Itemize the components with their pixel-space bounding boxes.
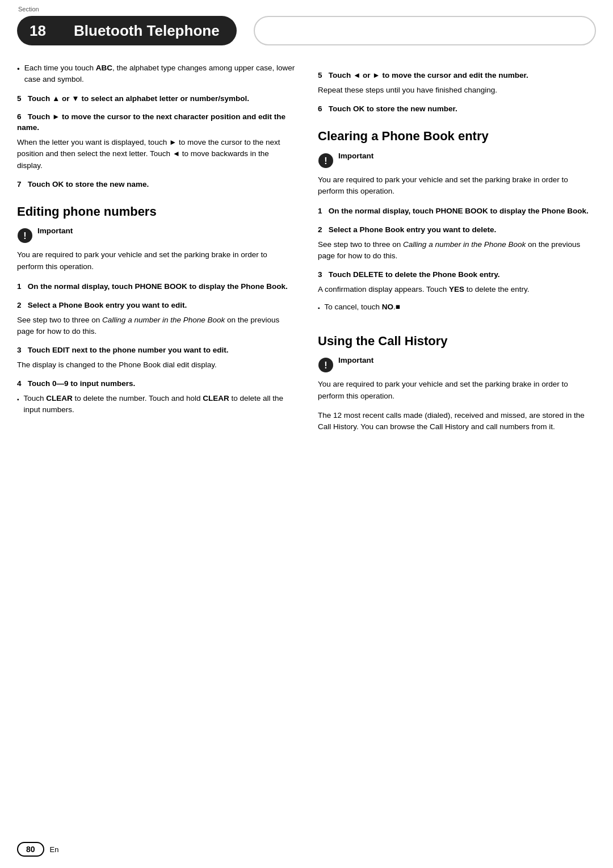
section-label: Section (18, 6, 39, 12)
header-right-decoration (254, 16, 596, 45)
clear-step3-heading: 3 Touch DELETE to delete the Phone Book … (318, 270, 596, 280)
bullet-dot-icon: • (17, 64, 20, 86)
step6-left-body: When the letter you want is displayed, t… (17, 137, 295, 171)
edit-step4-sq-text: Touch CLEAR to delete the number. Touch … (24, 393, 295, 416)
clearing-heading: Clearing a Phone Book entry (318, 128, 596, 145)
clearing-important-text: You are required to park your vehicle an… (318, 174, 596, 198)
clearing-important-content: Important (338, 152, 373, 160)
clear-step3-sq-text: To cancel, touch NO.■ (325, 301, 400, 313)
sq-bullet-icon: ▪ (17, 395, 19, 416)
step7-left-heading: 7 Touch OK to store the new name. (17, 179, 295, 190)
editing-heading: Editing phone numbers (17, 204, 295, 220)
main-content: • Each time you touch ABC, the alphabet … (0, 62, 613, 438)
bullet-abc: • Each time you touch ABC, the alphabet … (17, 62, 295, 86)
footer-language: En (50, 845, 59, 854)
editing-important-text: You are required to park your vehicle an… (17, 249, 295, 272)
section-number: 18 (17, 16, 57, 45)
page-header: 18 Bluetooth Telephone (0, 0, 613, 51)
sq-bullet-icon2: ▪ (318, 304, 320, 313)
clear-step2-body: See step two to three on Calling a numbe… (318, 239, 596, 262)
using-important-box: ! Important (318, 356, 596, 373)
edit-step2-heading: 2 Select a Phone Book entry you want to … (17, 300, 295, 311)
step6-left-heading: 6 Touch ► to move the cursor to the next… (17, 112, 295, 133)
using-important-icon: ! (318, 357, 334, 373)
clear-step1-heading: 1 On the normal display, touch PHONE BOO… (318, 206, 596, 217)
step5-right-body: Repeat these steps until you have finish… (318, 85, 596, 96)
clearing-important-box: ! Important (318, 152, 596, 169)
clear-step3-body: A confirmation display appears. Touch YE… (318, 284, 596, 295)
step5-right-heading: 5 Touch ◄ or ► to move the cursor and ed… (318, 70, 596, 81)
right-column: 5 Touch ◄ or ► to move the cursor and ed… (318, 62, 596, 438)
editing-important-box: ! Important (17, 227, 295, 244)
important-icon: ! (17, 228, 33, 244)
edit-step2-body: See step two to three on Calling a numbe… (17, 315, 295, 338)
left-column: • Each time you touch ABC, the alphabet … (17, 62, 295, 438)
bullet-abc-text: Each time you touch ABC, the alphabet ty… (24, 62, 295, 86)
edit-step3-body: The display is changed to the Phone Book… (17, 359, 295, 371)
editing-important-label: Important (37, 227, 73, 235)
clear-step3-sq: ▪ To cancel, touch NO.■ (318, 301, 596, 313)
step5-left-heading: 5 Touch ▲ or ▼ to select an alphabet let… (17, 94, 295, 104)
using-body: The 12 most recent calls made (dialed), … (318, 410, 596, 433)
edit-step1-heading: 1 On the normal display, touch PHONE BOO… (17, 282, 295, 292)
edit-step3-heading: 3 Touch EDIT next to the phone number yo… (17, 345, 295, 356)
using-important-label: Important (338, 356, 373, 364)
using-important-text: You are required to park your vehicle an… (318, 379, 596, 402)
using-heading: Using the Call History (318, 333, 596, 350)
step6-right-heading: 6 Touch OK to store the new number. (318, 104, 596, 115)
edit-step4-sq: ▪ Touch CLEAR to delete the number. Touc… (17, 393, 295, 416)
clearing-important-label: Important (338, 152, 373, 160)
using-important-content: Important (338, 356, 373, 364)
svg-text:!: ! (324, 360, 327, 370)
page: Section 18 Bluetooth Telephone • Each ti… (0, 0, 613, 868)
footer: 80 En (17, 842, 58, 857)
page-number: 80 (17, 842, 44, 857)
clear-step2-heading: 2 Select a Phone Book entry you want to … (318, 225, 596, 236)
svg-text:!: ! (324, 156, 327, 166)
edit-step4-heading: 4 Touch 0—9 to input numbers. (17, 379, 295, 389)
editing-important-content: Important (37, 227, 73, 235)
section-title: Bluetooth Telephone (57, 16, 237, 45)
clearing-important-icon: ! (318, 153, 334, 169)
svg-text:!: ! (23, 231, 26, 241)
